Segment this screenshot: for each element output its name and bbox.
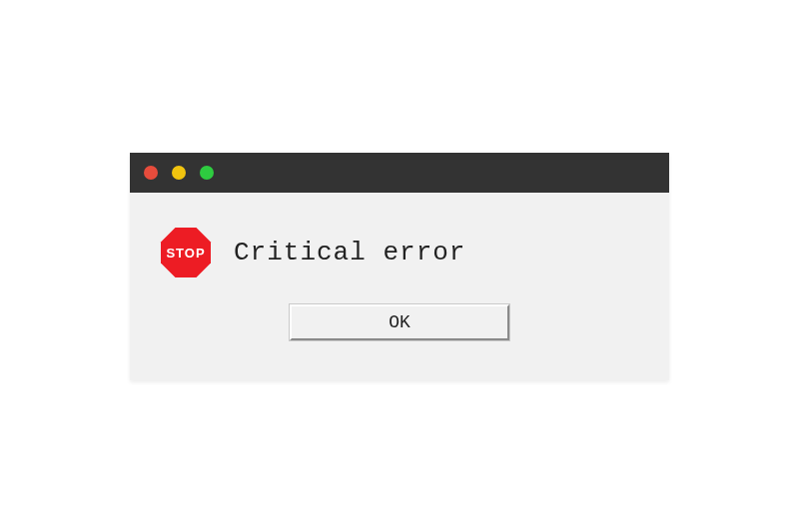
error-message: Critical error: [234, 238, 465, 267]
zoom-icon[interactable]: [200, 166, 214, 180]
message-row: STOP Critical error: [160, 227, 639, 278]
titlebar: [130, 153, 669, 193]
ok-button[interactable]: OK: [290, 304, 509, 340]
stop-sign-label: STOP: [166, 245, 205, 260]
stop-sign-icon: STOP: [160, 227, 212, 278]
close-icon[interactable]: [144, 166, 158, 180]
error-dialog: STOP Critical error OK: [130, 153, 669, 380]
button-row: OK: [160, 304, 639, 340]
dialog-body: STOP Critical error OK: [130, 193, 669, 380]
minimize-icon[interactable]: [172, 166, 186, 180]
